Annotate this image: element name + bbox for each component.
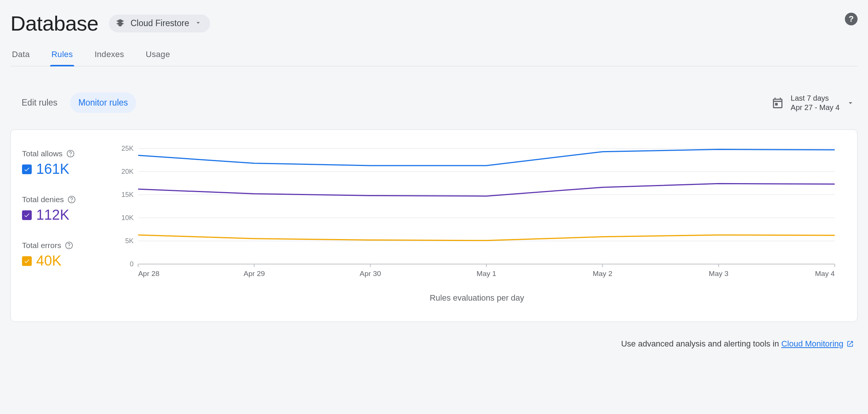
footer-text: Use advanced analysis and alerting tools…	[621, 339, 781, 348]
caret-down-icon	[846, 99, 855, 107]
tab-indexes[interactable]: Indexes	[93, 50, 125, 66]
caret-down-icon	[194, 19, 202, 28]
checkbox-errors[interactable]	[22, 256, 32, 266]
chart-legend: Total allows 161K Total denies	[22, 145, 100, 303]
legend-value-allows: 161K	[36, 161, 69, 177]
cloud-monitoring-link[interactable]: Cloud Monitoring	[781, 339, 854, 349]
svg-text:?: ?	[849, 14, 853, 23]
legend-item-errors: Total errors 40K	[22, 241, 100, 269]
svg-text:10K: 10K	[121, 214, 134, 222]
subtab-monitor-rules[interactable]: Monitor rules	[70, 92, 136, 113]
chart-xlabel: Rules evaluations per day	[115, 293, 839, 303]
page-title: Database	[10, 11, 99, 35]
help-circle-icon[interactable]	[66, 150, 75, 158]
legend-value-errors: 40K	[36, 253, 62, 269]
rules-monitor-card: Total allows 161K Total denies	[10, 129, 858, 322]
svg-text:Apr 28: Apr 28	[138, 270, 159, 277]
svg-text:May 1: May 1	[477, 270, 496, 277]
svg-text:0: 0	[130, 260, 134, 268]
svg-text:May 4: May 4	[815, 270, 835, 277]
rules-evaluations-chart: 05K10K15K20K25KApr 28Apr 29Apr 30May 1Ma…	[115, 145, 839, 283]
svg-text:15K: 15K	[121, 191, 134, 198]
database-selector-label: Cloud Firestore	[131, 18, 189, 28]
date-range-picker[interactable]: Last 7 days Apr 27 - May 4	[771, 94, 855, 112]
svg-text:25K: 25K	[121, 145, 134, 152]
legend-label-errors: Total errors	[22, 241, 61, 250]
main-tabs: Data Rules Indexes Usage	[10, 50, 858, 66]
svg-text:May 2: May 2	[593, 270, 612, 277]
svg-text:5K: 5K	[125, 237, 134, 245]
checkbox-denies[interactable]	[22, 210, 32, 220]
svg-text:20K: 20K	[121, 168, 134, 175]
svg-text:Apr 30: Apr 30	[360, 270, 381, 277]
help-icon[interactable]: ?	[845, 13, 858, 27]
svg-text:Apr 29: Apr 29	[244, 270, 265, 277]
date-range-label: Last 7 days	[791, 94, 840, 103]
legend-value-denies: 112K	[36, 207, 69, 223]
rules-subtabs: Edit rules Monitor rules	[13, 92, 136, 113]
legend-label-denies: Total denies	[22, 195, 64, 204]
external-link-icon	[846, 340, 854, 348]
database-selector-dropdown[interactable]: Cloud Firestore	[109, 15, 210, 32]
firestore-icon	[115, 18, 125, 29]
help-circle-icon[interactable]	[65, 241, 73, 250]
subtab-edit-rules[interactable]: Edit rules	[13, 92, 66, 113]
date-range-value: Apr 27 - May 4	[791, 103, 840, 112]
tab-rules[interactable]: Rules	[50, 50, 75, 66]
footer-note: Use advanced analysis and alerting tools…	[10, 339, 858, 349]
tab-data[interactable]: Data	[10, 50, 31, 66]
tab-usage[interactable]: Usage	[144, 50, 172, 66]
legend-label-allows: Total allows	[22, 149, 63, 158]
help-circle-icon[interactable]	[68, 195, 76, 204]
legend-item-denies: Total denies 112K	[22, 195, 100, 223]
checkbox-allows[interactable]	[22, 164, 32, 174]
calendar-icon	[771, 97, 784, 109]
legend-item-allows: Total allows 161K	[22, 149, 100, 177]
svg-text:May 3: May 3	[709, 270, 728, 277]
